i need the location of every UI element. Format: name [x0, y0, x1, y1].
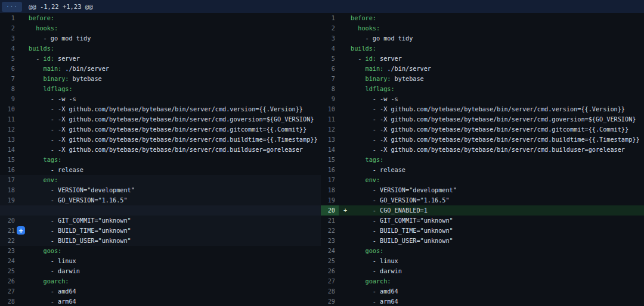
line-number[interactable]: 6 — [0, 64, 17, 74]
line-number[interactable]: 15 — [321, 155, 339, 165]
line-number[interactable]: 5 — [321, 54, 339, 64]
code-token: - -X github.com/bytebase/bytebase/bin/se… — [29, 106, 303, 113]
yaml-key-token: main: — [366, 65, 384, 72]
line-number[interactable]: 23 — [0, 246, 17, 256]
code-line: before: — [29, 13, 321, 23]
line-number[interactable]: 13 — [321, 135, 339, 145]
code-line: - amd64 — [29, 286, 321, 296]
diff-row: 16 - release — [0, 165, 321, 175]
code-token: - -X github.com/bytebase/bytebase/bin/se… — [351, 126, 628, 133]
line-number[interactable]: 24 — [0, 256, 17, 266]
code-line: - -X github.com/bytebase/bytebase/bin/se… — [351, 145, 644, 155]
line-number[interactable]: 1 — [321, 13, 339, 23]
line-number[interactable]: 11 — [0, 114, 17, 124]
line-number[interactable]: 3 — [321, 33, 339, 43]
line-number[interactable]: 26 — [321, 266, 339, 276]
line-number[interactable]: 27 — [321, 276, 339, 286]
diff-marker — [339, 185, 351, 195]
diff-row: 17 env: — [0, 175, 321, 185]
line-number[interactable]: 24 — [321, 246, 339, 256]
diff-row: 13 - -X github.com/bytebase/bytebase/bin… — [321, 135, 644, 145]
line-number[interactable]: 10 — [321, 104, 339, 114]
line-number[interactable]: 6 — [321, 64, 339, 74]
add-comment-button[interactable]: + — [17, 226, 25, 235]
code-token: - arm64 — [29, 298, 76, 305]
code-line: - BUILD_USER="unknown" — [351, 236, 644, 246]
diff-marker — [17, 216, 29, 226]
line-number[interactable]: 17 — [0, 175, 17, 185]
split-diff-view: ··· @@ -1,22 +1,23 @@ 1before:2 hooks:3 … — [0, 0, 644, 306]
line-number[interactable]: 16 — [0, 165, 17, 175]
diff-row: 26 - darwin — [321, 266, 644, 276]
diff-marker — [17, 256, 29, 266]
line-number[interactable]: 23 — [321, 236, 339, 246]
line-number[interactable]: 25 — [321, 256, 339, 266]
diff-row: 24 - linux — [0, 256, 321, 266]
line-number[interactable]: 19 — [321, 195, 339, 205]
line-number[interactable]: 7 — [0, 74, 17, 84]
line-number[interactable]: 9 — [321, 94, 339, 104]
line-number[interactable]: 21 — [321, 216, 339, 226]
line-number[interactable]: 22 — [0, 236, 17, 246]
line-number[interactable]: 4 — [0, 43, 17, 54]
line-number[interactable]: 21 — [0, 226, 17, 236]
line-number[interactable]: 22 — [321, 226, 339, 236]
diff-marker — [339, 84, 351, 94]
line-number[interactable]: 17 — [321, 175, 339, 185]
code-line: main: ./bin/server — [351, 64, 644, 74]
expand-hunk-button[interactable]: ··· — [2, 2, 22, 12]
line-number[interactable]: 7 — [321, 74, 339, 84]
line-number[interactable]: 9 — [0, 94, 17, 104]
line-number[interactable]: 18 — [0, 185, 17, 195]
line-number[interactable]: 2 — [0, 23, 17, 33]
line-number[interactable]: 8 — [0, 84, 17, 94]
line-number[interactable]: 3 — [0, 33, 17, 43]
code-token: - darwin — [351, 268, 402, 274]
diff-marker — [17, 266, 29, 276]
line-number[interactable]: 28 — [321, 286, 339, 296]
diff-row: 28 - amd64 — [321, 286, 644, 296]
line-number[interactable]: 12 — [321, 124, 339, 135]
diff-row: 29 - arm64 — [321, 296, 644, 306]
diff-row: 3 - go mod tidy — [0, 33, 321, 43]
line-number[interactable]: 26 — [0, 276, 17, 286]
line-number[interactable]: 5 — [0, 54, 17, 64]
line-number[interactable]: 20 — [321, 205, 339, 216]
code-line: - -X github.com/bytebase/bytebase/bin/se… — [29, 124, 321, 135]
code-token: bytebase — [391, 76, 423, 82]
line-number[interactable]: 27 — [0, 286, 17, 296]
line-number[interactable]: 19 — [0, 195, 17, 205]
diff-marker — [339, 23, 351, 33]
line-number[interactable]: 12 — [0, 124, 17, 135]
yaml-key-token: goarch: — [44, 278, 69, 285]
line-number[interactable]: 11 — [321, 114, 339, 124]
line-number[interactable]: 2 — [321, 23, 339, 33]
line-number[interactable]: 25 — [0, 266, 17, 276]
diff-row: 7 binary: bytebase — [321, 74, 644, 84]
line-number[interactable]: 16 — [321, 165, 339, 175]
line-number[interactable]: 18 — [321, 185, 339, 195]
line-number[interactable]: 8 — [321, 84, 339, 94]
code-token: - amd64 — [29, 288, 76, 295]
code-token: - CGO_ENABLED=1 — [351, 207, 428, 214]
diff-row: 11 - -X github.com/bytebase/bytebase/bin… — [321, 114, 644, 124]
line-number[interactable]: 14 — [0, 145, 17, 155]
diff-marker — [17, 64, 29, 74]
code-line: hooks: — [351, 23, 644, 33]
line-number[interactable]: 1 — [0, 13, 17, 23]
diff-marker — [339, 13, 351, 23]
diff-marker — [17, 145, 29, 155]
line-number[interactable]: 15 — [0, 155, 17, 165]
line-number[interactable]: 29 — [321, 296, 339, 306]
yaml-key-token: id: — [366, 55, 376, 62]
code-line: - -X github.com/bytebase/bytebase/bin/se… — [29, 104, 321, 114]
line-number[interactable]: 14 — [321, 145, 339, 155]
diff-row: 9 - -w -s — [0, 94, 321, 104]
line-number[interactable]: 10 — [0, 104, 17, 114]
diff-marker — [17, 135, 29, 145]
code-line: tags: — [29, 155, 321, 165]
line-number[interactable]: 28 — [0, 296, 17, 306]
line-number[interactable]: 20 — [0, 216, 17, 226]
line-number[interactable]: 4 — [321, 43, 339, 54]
line-number[interactable]: 13 — [0, 135, 17, 145]
